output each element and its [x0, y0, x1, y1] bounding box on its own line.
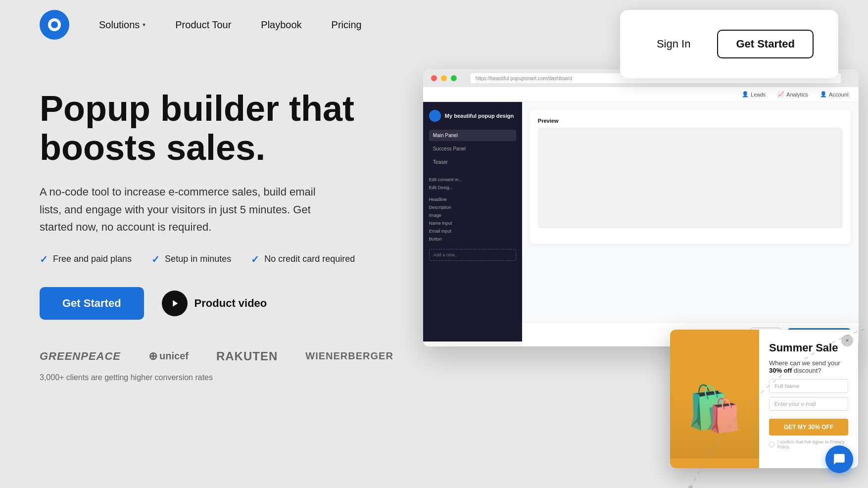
popup-subtitle: Where can we send your 30% off discount? — [769, 359, 848, 374]
field-image: Image — [429, 211, 516, 219]
check-icon-card: ✓ — [251, 253, 259, 265]
chat-icon — [833, 453, 846, 466]
dashboard-mockup: https://beautiful.popupsmart.com/dashboa… — [423, 69, 859, 346]
field-headline: Headline — [429, 195, 516, 203]
popup-close-button[interactable]: × — [841, 335, 853, 346]
popup-email-input[interactable]: Enter your e-mail — [769, 397, 848, 411]
field-email-input: Email Input — [429, 227, 516, 235]
sidebar-item-main-panel[interactable]: Main Panel — [429, 130, 516, 141]
check-item-card: ✓ No credit card required — [251, 253, 355, 265]
check-icon-plans: ✓ — [40, 253, 48, 265]
unicef-logo: ⊕ unicef — [148, 350, 189, 363]
hero-title: Popup builder that boosts sales. — [40, 89, 393, 167]
hero-left: Popup builder that boosts sales. A no-co… — [40, 69, 393, 488]
popup-fullname-input[interactable]: Full Name — [769, 379, 848, 393]
popup-cta-button[interactable]: GET MY 30% OFF — [769, 419, 848, 436]
check-label-card: No credit card required — [264, 254, 355, 264]
hero-right: https://beautiful.popupsmart.com/dashboa… — [393, 59, 828, 488]
field-name-input: Name Input — [429, 219, 516, 227]
product-video-button[interactable]: Product video — [162, 291, 267, 316]
popup-image-area: 🛍️ — [670, 330, 759, 468]
add-new-field-button[interactable]: Add a new... — [429, 249, 516, 261]
chat-bubble-button[interactable] — [825, 445, 853, 473]
nav-link-product-tour[interactable]: Product Tour — [175, 19, 231, 30]
check-icon-setup: ✓ — [151, 253, 160, 265]
nav-item-pricing[interactable]: Pricing — [332, 19, 362, 31]
hero-actions: Get Started Product video — [40, 287, 393, 320]
navbar-left: Solutions ▾ Product Tour Playbook Pricin… — [40, 10, 362, 40]
check-label-setup: Setup in minutes — [165, 254, 231, 264]
dot-red — [431, 75, 437, 81]
get-started-nav-button[interactable]: Get Started — [717, 30, 814, 58]
nav-link-playbook[interactable]: Playbook — [261, 19, 301, 30]
popup-title: Summer Sale — [769, 342, 848, 354]
popup-preview: × 🛍️ Summer Sale Where can we send your … — [670, 330, 858, 468]
popup-bold-text: 30% off — [769, 367, 792, 374]
client-logos: Greenpeace ⊕ unicef Rakuten wienerberger — [40, 349, 393, 363]
preview-panel-title: Preview — [538, 118, 843, 124]
get-started-hero-button[interactable]: Get Started — [40, 287, 144, 320]
youtube-icon — [162, 291, 188, 316]
logo-circle — [40, 10, 69, 40]
dot-green — [451, 75, 457, 81]
sign-in-button[interactable]: Sign In — [645, 31, 703, 57]
nav-links: Solutions ▾ Product Tour Playbook Pricin… — [99, 19, 362, 31]
check-item-plans: ✓ Free and paid plans — [40, 253, 132, 265]
check-item-setup: ✓ Setup in minutes — [151, 253, 231, 265]
sidebar-item-teaser[interactable]: Teaser — [429, 156, 516, 168]
wienerberger-logo: wienerberger — [305, 350, 393, 362]
play-icon — [169, 298, 180, 309]
field-button: Button — [429, 235, 516, 243]
nav-item-product-tour[interactable]: Product Tour — [175, 19, 231, 31]
unicef-emblem: ⊕ — [148, 350, 157, 363]
sidebar-item-success-panel[interactable]: Success Panel — [429, 143, 516, 154]
check-label-plans: Free and paid plans — [53, 254, 132, 264]
hero-description: A no-code tool to increase e-commerce sa… — [40, 183, 327, 236]
rakuten-logo: Rakuten — [216, 349, 278, 363]
logo-icon — [47, 17, 62, 33]
nav-item-playbook[interactable]: Playbook — [261, 19, 301, 31]
product-video-label: Product video — [194, 297, 267, 310]
svg-point-1 — [51, 21, 58, 28]
greenpeace-logo: Greenpeace — [40, 350, 121, 363]
chevron-down-icon: ▾ — [143, 21, 145, 28]
dashboard-sidebar: My beautiful popup design Main Panel Suc… — [423, 102, 522, 342]
hero-section: Popup builder that boosts sales. A no-co… — [0, 49, 868, 488]
dot-yellow — [441, 75, 447, 81]
sidebar-brand-dot — [429, 110, 441, 122]
field-edit-design: Edit Desig... — [429, 184, 516, 192]
nav-link-solutions[interactable]: Solutions ▾ — [99, 19, 145, 31]
dashboard-main: Preview — [522, 102, 859, 342]
auth-dropdown-card: Sign In Get Started — [620, 10, 838, 78]
field-edit-consent: Edit consent m... — [429, 176, 516, 184]
dashboard-header-row: 👤 Leads 📈 Analytics 👤 Account — [423, 87, 859, 102]
logo[interactable] — [40, 10, 69, 40]
field-description: Description — [429, 203, 516, 211]
popup-privacy-checkbox[interactable] — [769, 441, 774, 447]
hero-checks: ✓ Free and paid plans ✓ Setup in minutes… — [40, 253, 393, 265]
dashboard-header-analytics: 📈 Analytics — [777, 91, 808, 98]
dashboard-header-leads: 👤 Leads — [742, 91, 766, 98]
preview-area — [538, 128, 843, 228]
preview-panel: Preview — [530, 110, 851, 244]
client-tagline: 3,000+ clients are getting higher conver… — [40, 373, 393, 382]
dashboard-header-account: 👤 Account — [820, 91, 849, 98]
sidebar-brand: My beautiful popup design — [429, 110, 516, 122]
dashboard-body: My beautiful popup design Main Panel Suc… — [423, 102, 859, 342]
svg-point-2 — [688, 486, 693, 488]
nav-item-solutions[interactable]: Solutions ▾ — [99, 19, 145, 31]
sidebar-brand-text: My beautiful popup design — [445, 113, 514, 119]
nav-link-pricing[interactable]: Pricing — [332, 19, 362, 30]
